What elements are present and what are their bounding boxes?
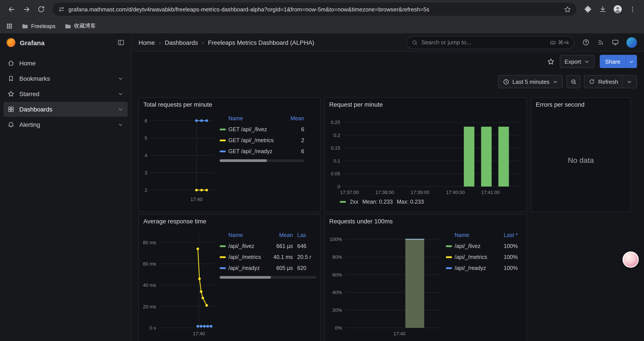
profile-avatar[interactable]: [611, 2, 625, 16]
legend-header-name[interactable]: Name: [220, 232, 268, 238]
bar-chart: 100%80%60%40%20%0%17:40: [328, 229, 443, 337]
time-range-picker[interactable]: Last 5 minutes: [498, 75, 563, 88]
legend-header-name[interactable]: Name: [446, 232, 496, 238]
legend-header-name[interactable]: Name: [220, 115, 282, 121]
series-name[interactable]: /api/_/readyz: [228, 265, 260, 271]
sidebar-item-label: Home: [19, 60, 36, 67]
help-icon[interactable]: [582, 39, 590, 46]
share-button[interactable]: Share: [600, 55, 637, 68]
browser-menu-icon[interactable]: [626, 2, 640, 16]
search-shortcut: ⌘+k: [550, 39, 569, 46]
legend-table: Name Mean Las /api/_/livez 661 µs 646 /a…: [220, 229, 316, 341]
series-name[interactable]: GET /api/_/metrics: [228, 137, 274, 143]
svg-text:17:40:00: 17:40:00: [446, 190, 465, 195]
grafana-logo[interactable]: [6, 38, 16, 47]
svg-text:6: 6: [145, 118, 147, 124]
bookmark-item[interactable]: 收藏博客: [64, 22, 96, 30]
panel-title[interactable]: Average response time: [139, 215, 320, 228]
legend-row: GET /api/_/livez 6: [220, 124, 304, 135]
legend-header-mean[interactable]: Mean: [282, 115, 304, 121]
series-name[interactable]: /api/_/livez: [454, 243, 480, 249]
chevron-down-icon[interactable]: [118, 91, 124, 97]
svg-text:40 ms: 40 ms: [143, 282, 156, 288]
panel-title[interactable]: Request per minute: [325, 98, 526, 111]
search-input[interactable]: Search or jump to... ⌘+k: [406, 36, 574, 49]
monitor-icon[interactable]: [612, 39, 619, 46]
chevron-down-icon: [552, 79, 558, 85]
legend-scrollbar[interactable]: [220, 159, 304, 162]
legend-header-mean[interactable]: Mean: [268, 232, 293, 238]
series-max: Max: 0.233: [397, 199, 424, 205]
breadcrumb-separator: ›: [202, 39, 204, 46]
floating-chat-avatar[interactable]: [622, 251, 639, 268]
sidebar-toggle-icon[interactable]: [117, 39, 125, 47]
bookmark-item[interactable]: Freeleaps: [22, 23, 56, 30]
chevron-down-icon[interactable]: [118, 76, 124, 82]
time-controls: Last 5 minutes Refresh: [132, 71, 644, 92]
svg-text:80 ms: 80 ms: [143, 240, 156, 245]
sidebar-item-starred[interactable]: Starred: [4, 87, 128, 101]
url-bar[interactable]: grafana.mathmast.com/d/deytv4rwavabkb/fr…: [52, 3, 576, 16]
legend-scrollbar[interactable]: [220, 276, 316, 279]
header-icons: [582, 37, 637, 48]
star-icon: [8, 90, 14, 97]
reload-button[interactable]: [34, 2, 48, 16]
panel-title[interactable]: Errors per second: [531, 98, 630, 111]
sidebar-item-home[interactable]: Home: [4, 56, 128, 71]
bookmark-star-icon[interactable]: [564, 6, 571, 13]
share-label: Share: [600, 55, 626, 68]
legend-row: /api/_/metrics 100%: [446, 251, 518, 262]
sidebar-item-dashboards[interactable]: Dashboards: [4, 102, 128, 117]
bell-icon: [8, 121, 14, 128]
legend-header-last[interactable]: Last *: [496, 232, 518, 238]
share-menu-caret[interactable]: [626, 55, 637, 68]
breadcrumb-separator: ›: [159, 39, 161, 46]
chevron-down-icon[interactable]: [118, 122, 124, 128]
export-button[interactable]: Export: [560, 55, 594, 68]
legend-header-last[interactable]: Las: [293, 232, 316, 238]
sidebar-item-alerting[interactable]: Alerting: [4, 117, 128, 132]
bookmark-label: 收藏博客: [74, 22, 96, 30]
series-name[interactable]: /api/_/livez: [228, 243, 254, 249]
panel-errors-per-second: Errors per second No data: [531, 97, 631, 212]
extensions-icon[interactable]: [581, 2, 595, 16]
forward-button[interactable]: [19, 2, 33, 16]
folder-icon: [64, 23, 71, 30]
sidebar-item-bookmarks[interactable]: Bookmarks: [4, 71, 128, 86]
refresh-button[interactable]: Refresh: [584, 75, 637, 88]
scrollbar-thumb[interactable]: [220, 159, 267, 162]
series-name[interactable]: /api/_/metrics: [228, 254, 261, 260]
breadcrumb: Home › Dashboards › Freeleaps Metrics Da…: [138, 39, 314, 46]
svg-text:17:40: 17:40: [394, 331, 406, 336]
series-name[interactable]: GET /api/_/readyz: [228, 148, 272, 154]
user-avatar[interactable]: [626, 37, 637, 48]
series-name[interactable]: /api/_/readyz: [454, 265, 486, 271]
series-swatch: [220, 128, 226, 130]
series-mean: Mean: 0.233: [362, 199, 393, 205]
refresh-interval-caret: [626, 79, 632, 85]
scrollbar-thumb[interactable]: [220, 276, 271, 279]
svg-text:3: 3: [145, 170, 147, 176]
panel-avg-response-time: Average response time 80 ms60 ms40 ms20 …: [138, 214, 320, 341]
series-name[interactable]: GET /api/_/livez: [228, 126, 267, 132]
series-name[interactable]: /api/_/metrics: [454, 254, 487, 260]
news-rss-icon[interactable]: [597, 39, 604, 46]
panel-title[interactable]: Total requests per minute: [139, 98, 320, 111]
chevron-down-icon[interactable]: [118, 106, 124, 112]
zoom-out-button[interactable]: [566, 75, 581, 88]
back-button[interactable]: [4, 2, 18, 16]
breadcrumb-dashboards[interactable]: Dashboards: [165, 39, 198, 46]
chevron-down-icon: [584, 59, 590, 64]
breadcrumb-home[interactable]: Home: [138, 39, 155, 46]
home-icon: [8, 60, 14, 67]
favorite-star-icon[interactable]: [547, 58, 554, 65]
svg-text:17:39:00: 17:39:00: [410, 190, 430, 195]
grafana-app: Grafana Home Bookmarks Starred: [0, 33, 644, 341]
panel-title[interactable]: Requests under 100ms: [325, 215, 526, 228]
export-label: Export: [564, 58, 581, 65]
series-swatch: [340, 201, 346, 203]
downloads-icon[interactable]: [596, 2, 610, 16]
site-settings-icon[interactable]: [58, 6, 65, 13]
series-name[interactable]: 2xx: [350, 199, 358, 205]
apps-grid-icon[interactable]: [6, 23, 13, 30]
